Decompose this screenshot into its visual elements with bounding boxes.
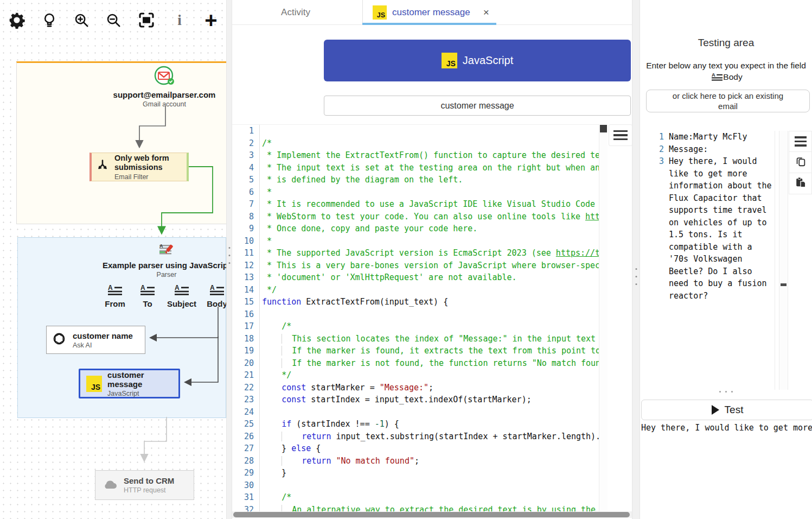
- parser-node-header[interactable]: A Example parser using JavaScript Parser: [85, 243, 226, 279]
- code-line: 19 If the marker is found, it extracts t…: [232, 345, 599, 357]
- panel-resize-grip[interactable]: [640, 391, 812, 393]
- editor-menu-button[interactable]: [609, 124, 632, 146]
- code-horizontal-scrollbar[interactable]: [232, 511, 632, 518]
- ask-ai-node[interactable]: customer name Ask AI: [46, 326, 145, 354]
- code-line: 9 * Once done, copy and paste your code …: [232, 223, 599, 235]
- scrollbar-thumb[interactable]: [233, 512, 630, 517]
- add-node-icon[interactable]: +: [202, 11, 220, 29]
- language-javascript-button[interactable]: JS JavaScript: [324, 40, 631, 81]
- close-tab-icon[interactable]: ×: [483, 7, 489, 18]
- right-panel-resizer[interactable]: [632, 0, 640, 519]
- parser-icon: A: [157, 251, 176, 260]
- code-line: 1: [232, 125, 599, 137]
- crm-node-title: Send to CRM: [124, 476, 174, 485]
- parser-node-title: Example parser using JavaScript: [85, 261, 226, 270]
- zoom-in-icon[interactable]: [72, 11, 91, 29]
- editor-panel: Activity JS customer message × JS JavaSc…: [232, 0, 632, 519]
- tab-bar: Activity JS customer message ×: [232, 0, 632, 25]
- fit-view-icon[interactable]: [137, 11, 156, 29]
- svg-text:A: A: [159, 243, 163, 249]
- editor-divider: [775, 131, 775, 390]
- field-name-input[interactable]: customer message: [324, 96, 631, 116]
- code-line: 5 * is defined by the diagram on the lef…: [232, 174, 599, 186]
- javascript-icon: JS: [86, 376, 102, 392]
- testing-area-title: Testing area: [640, 37, 812, 49]
- gmail-icon: [154, 65, 175, 89]
- svg-text:A: A: [712, 73, 715, 78]
- test-input-line: 3Hey there, I would like to get more inf…: [640, 155, 775, 302]
- code-line: 32 An alternative way to extract the des…: [232, 504, 599, 512]
- svg-text:A: A: [175, 285, 180, 292]
- filter-node-title: Only web form submissions: [114, 154, 180, 172]
- code-line: 16: [232, 308, 599, 321]
- zoom-out-icon[interactable]: [104, 11, 123, 29]
- instruction-text: Enter below any text you expect in the f…: [646, 61, 806, 70]
- tab-label: customer message: [392, 7, 470, 18]
- test-input-line: 1Name:Marty McFly: [640, 131, 775, 143]
- code-line: 21 */: [232, 369, 599, 382]
- code-line: 8 * WebStorm to test your code. You can …: [232, 211, 599, 223]
- paste-icon: [795, 176, 807, 191]
- menu-icon: [795, 136, 807, 147]
- filter-split-icon: [95, 159, 111, 176]
- test-output: Hey there, I would like to get more inf: [641, 423, 812, 433]
- code-line: 24: [232, 406, 599, 419]
- copy-button[interactable]: [789, 152, 812, 173]
- field-body[interactable]: A Body: [197, 285, 226, 308]
- send-to-crm-node[interactable]: Send to CRM HTTP request: [95, 470, 194, 500]
- field-icon: A: [712, 72, 723, 84]
- scrollbar-thumb[interactable]: [600, 125, 607, 132]
- info-icon[interactable]: i: [170, 11, 189, 29]
- resizer-grip-icon: [635, 268, 637, 285]
- filter-node-subtitle: Email Filter: [114, 173, 180, 181]
- tab-customer-message[interactable]: JS customer message ×: [362, 0, 497, 25]
- field-icon: A: [175, 288, 189, 297]
- ask-ai-node-title: customer name: [73, 331, 133, 340]
- gmail-account-node[interactable]: support@emailparser.com Gmail account: [105, 65, 224, 108]
- testing-instruction: Enter below any text you expect in the f…: [642, 60, 810, 84]
- field-body-label: Body: [197, 299, 226, 308]
- language-button-label: JavaScript: [463, 54, 513, 67]
- instruction-field-name: Body: [723, 72, 742, 81]
- code-line: 27 } else {: [232, 442, 599, 455]
- scrollbar-thumb[interactable]: [781, 283, 787, 286]
- settings-icon[interactable]: [8, 11, 26, 29]
- code-line: 28 return "No match found";: [232, 455, 599, 467]
- code-line: 15function ExtractTextFrom(input_text) {: [232, 296, 599, 308]
- field-subject[interactable]: A Subject: [162, 285, 201, 308]
- code-line: 10 *: [232, 235, 599, 248]
- test-button-label: Test: [725, 404, 744, 416]
- test-input-scrollbar[interactable]: [779, 131, 788, 390]
- code-line: 3 * Implement the ExtractTextFrom() func…: [232, 149, 599, 162]
- field-to[interactable]: A To: [128, 285, 167, 308]
- test-input-editor[interactable]: 1Name:Marty McFly2Message:3Hey there, I …: [640, 131, 775, 390]
- code-line: 29 }: [232, 467, 599, 479]
- tab-activity[interactable]: Activity: [252, 0, 339, 25]
- js-script-node[interactable]: JS customer message JavaScript: [79, 369, 180, 398]
- code-line: 7 * It is recommended to use a JavaScrip…: [232, 198, 599, 211]
- code-line: 4 * The input text is set at the testing…: [232, 162, 599, 174]
- testing-panel: Testing area Enter below any text you ex…: [640, 0, 812, 519]
- field-icon: A: [108, 288, 122, 297]
- test-input-toolbar: [789, 131, 812, 194]
- paste-icon-button[interactable]: [789, 173, 812, 194]
- code-line: 22 const startMarker = "Message:";: [232, 382, 599, 394]
- app-window: i +: [0, 0, 812, 519]
- diagram-toolbar: i +: [0, 8, 226, 33]
- code-line: 30: [232, 479, 599, 492]
- gmail-node-title: support@emailparser.com: [105, 90, 224, 99]
- code-line: 23 const startIndex = input_text.indexOf…: [232, 394, 599, 406]
- code-line: 2/*: [232, 137, 599, 150]
- test-button[interactable]: Test: [641, 400, 812, 420]
- crm-node-subtitle: HTTP request: [124, 486, 174, 494]
- hint-lightbulb-icon[interactable]: [40, 11, 59, 29]
- copy-icon: [795, 155, 807, 169]
- code-vertical-scrollbar[interactable]: [599, 124, 608, 511]
- menu-button[interactable]: [789, 131, 812, 152]
- pick-existing-email-button[interactable]: or click here to pick an existing email: [646, 90, 810, 112]
- left-panel-resizer[interactable]: [226, 0, 232, 519]
- javascript-icon: JS: [442, 53, 457, 68]
- email-filter-node[interactable]: Only web form submissions Email Filter: [89, 153, 189, 181]
- code-editor[interactable]: 12/*3 * Implement the ExtractTextFrom() …: [232, 124, 599, 512]
- parser-node-subtitle: Parser: [85, 271, 226, 279]
